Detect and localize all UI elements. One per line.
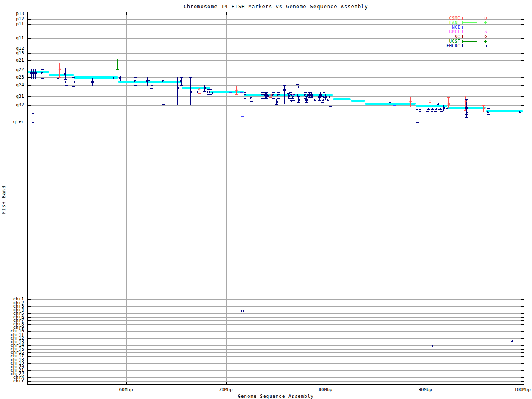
error-bar-cap [416, 97, 419, 97]
data-point-marker [305, 99, 308, 101]
error-bar-cap [329, 106, 332, 107]
legend-cap [462, 17, 463, 20]
data-point-marker [329, 96, 331, 98]
data-point-marker [41, 72, 43, 74]
legend-item: FHCRC [426, 44, 518, 48]
error-bar-cap [203, 85, 206, 85]
y-tick-label: chrY [0, 379, 24, 383]
y-tick-left [28, 85, 31, 86]
y-tick-left [28, 349, 31, 350]
data-point-marker [484, 40, 487, 43]
legend-line [462, 37, 477, 37]
error-bar-cap [116, 69, 119, 70]
error-bar-cap [49, 78, 52, 78]
gridline-y [28, 60, 524, 61]
y-tick-right [521, 24, 524, 25]
error-bar-cap [198, 86, 201, 86]
data-point-marker [210, 91, 212, 93]
legend-sample [462, 25, 477, 30]
error-bar-cap [318, 100, 321, 101]
y-tick-right [521, 360, 524, 360]
data-point-marker [443, 107, 445, 109]
error-bar-cap [244, 98, 246, 99]
gridline-y [28, 324, 524, 325]
error-bar-cap [205, 95, 208, 95]
error-bar-cap [250, 101, 253, 102]
data-point-marker [322, 99, 324, 101]
data-point-marker [419, 108, 421, 110]
error-bar-cap [266, 99, 269, 99]
data-point-marker [32, 112, 34, 114]
data-point-marker [292, 96, 294, 99]
y-tick-label: q21 [0, 58, 24, 62]
data-point-marker [314, 99, 316, 101]
y-tick-right [521, 60, 524, 61]
data-point-marker [466, 111, 468, 113]
error-bar-cap [111, 72, 114, 72]
error-bar-cap [272, 92, 275, 93]
error-bar-cap [446, 111, 448, 111]
y-tick-left [28, 24, 31, 25]
error-bar-cap [91, 78, 94, 78]
error-bar-cap [57, 78, 59, 79]
error-bar-cap [297, 102, 300, 103]
gridline-x [226, 12, 227, 384]
error-bar-cap [162, 104, 165, 105]
x-tick-label: 70Mbp [209, 387, 242, 392]
gridline-y [28, 349, 524, 350]
marker-stroke [116, 64, 119, 64]
error-bar-cap [289, 98, 292, 99]
error-bar-cap [310, 92, 313, 92]
legend-item: RPCI [426, 30, 518, 34]
legend-cap [477, 35, 477, 38]
error-bar-cap [148, 86, 150, 86]
x-tick-top [523, 12, 523, 15]
data-point-marker [298, 99, 300, 101]
error-bar-cap [32, 79, 35, 79]
data-point-marker [50, 81, 52, 83]
data-point-marker [452, 108, 455, 108]
y-tick-right [521, 96, 524, 97]
data-point-marker [34, 72, 37, 74]
error-bar-cap [188, 90, 191, 90]
data-point-marker [440, 108, 442, 110]
y-tick-label: p11 [0, 22, 24, 26]
legend-cap [477, 17, 477, 20]
y-tick-right [521, 345, 524, 346]
y-tick-left [28, 374, 31, 374]
x-tick-label: 60Mbp [109, 387, 143, 392]
legend-line [462, 32, 477, 32]
error-bar-cap [307, 98, 310, 98]
gridline-y [28, 377, 524, 378]
error-bar-cap [308, 92, 311, 93]
y-tick-label: p13 [0, 11, 24, 16]
y-tick-left [28, 320, 31, 321]
data-point-marker [325, 96, 327, 98]
legend-cap [462, 35, 463, 38]
x-tick-top [426, 12, 426, 15]
y-tick-right [521, 363, 524, 364]
y-tick-left [28, 377, 31, 378]
data-point-marker [57, 81, 59, 83]
x-tick-bottom [523, 382, 523, 384]
y-tick-left [28, 70, 31, 70]
data-point-marker [283, 89, 286, 91]
error-bar-cap [277, 98, 280, 99]
error-bar-cap [235, 94, 238, 95]
legend-sample [462, 20, 477, 25]
error-bar-cap [409, 107, 412, 107]
y-tick-right [521, 53, 524, 54]
error-bar-cap [180, 77, 183, 78]
y-tick-left [28, 49, 31, 49]
legend-sample [462, 30, 477, 34]
y-tick-label: q22 [0, 67, 24, 72]
legend-sample [462, 39, 477, 44]
data-point-marker [73, 81, 75, 83]
y-tick-right [521, 313, 524, 314]
x-tick-bottom [326, 382, 326, 384]
error-bar-cap [428, 111, 431, 111]
error-bar-cap [250, 95, 253, 95]
gridline-y [28, 14, 524, 14]
data-point-marker [241, 310, 244, 312]
legend-item: CSMC [426, 16, 518, 20]
